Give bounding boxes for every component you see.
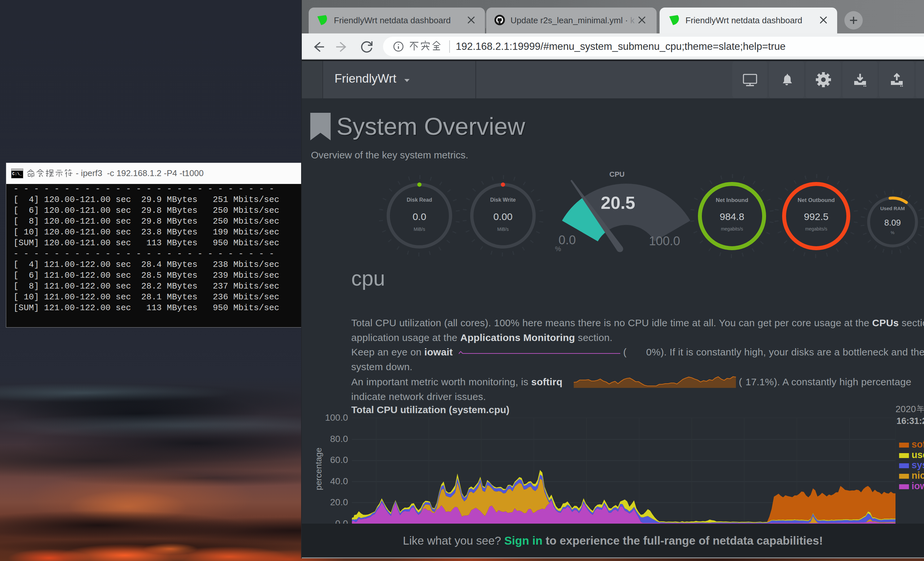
svg-text:992.5: 992.5 <box>804 211 828 222</box>
svg-text:0.00: 0.00 <box>494 211 513 222</box>
svg-text:0.0: 0.0 <box>412 211 426 222</box>
svg-text:0.0: 0.0 <box>559 233 576 247</box>
svg-text:Net Inbound: Net Inbound <box>716 197 748 203</box>
svg-text:%: % <box>555 245 561 253</box>
svg-text:20.5: 20.5 <box>601 193 635 212</box>
svg-text:MiB/s: MiB/s <box>497 227 509 232</box>
svg-text:CPU: CPU <box>609 170 624 178</box>
svg-text:984.8: 984.8 <box>720 211 744 222</box>
svg-text:Disk Write: Disk Write <box>490 197 516 203</box>
svg-text:megabits/s: megabits/s <box>805 226 827 232</box>
svg-text:MiB/s: MiB/s <box>414 227 425 232</box>
svg-text:megabits/s: megabits/s <box>721 226 743 232</box>
svg-text:Disk Read: Disk Read <box>406 197 432 203</box>
svg-text:100.0: 100.0 <box>649 234 680 248</box>
svg-text:Net Outbound: Net Outbound <box>798 197 834 203</box>
